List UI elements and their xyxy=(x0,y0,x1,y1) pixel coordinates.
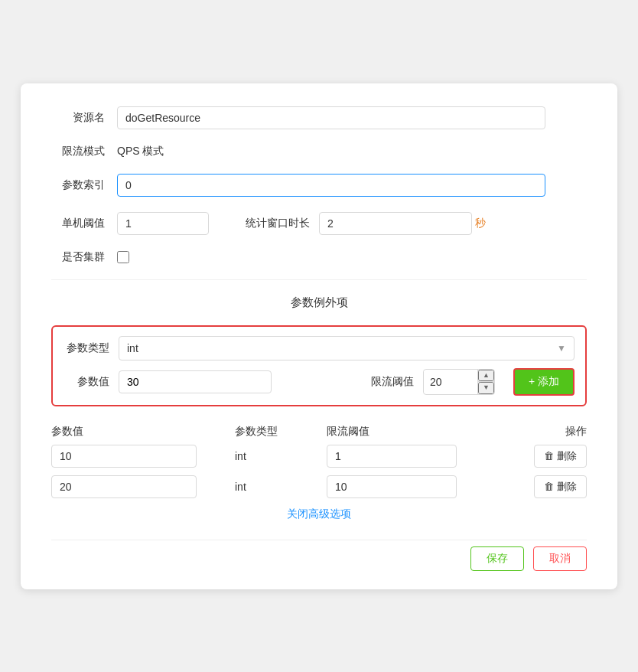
row1-param-type-text: int xyxy=(235,450,246,462)
row2-param-val-cell xyxy=(51,475,235,498)
threshold-up-arrow[interactable]: ▲ xyxy=(478,370,494,382)
footer-row: 保存 取消 xyxy=(51,540,587,571)
window-label: 统计窗口时长 xyxy=(246,217,310,230)
param-value-input[interactable] xyxy=(119,370,272,393)
row1-threshold-input[interactable] xyxy=(327,445,457,468)
row2-threshold-cell xyxy=(327,475,480,498)
save-button[interactable]: 保存 xyxy=(470,546,524,571)
add-button[interactable]: + 添加 xyxy=(513,368,575,396)
window-input[interactable] xyxy=(319,212,472,235)
resource-name-row: 资源名 xyxy=(51,106,587,129)
threshold-input[interactable] xyxy=(117,212,209,235)
threshold-label: 单机阈值 xyxy=(51,217,105,230)
table-header: 参数值 参数类型 限流阈值 操作 xyxy=(51,419,587,445)
table-row: int 🗑 删除 xyxy=(51,475,587,498)
row1-threshold-cell xyxy=(327,445,480,468)
row1-delete-button[interactable]: 🗑 删除 xyxy=(534,445,587,468)
cluster-row: 是否集群 xyxy=(51,250,587,264)
threshold-group: 限流阈值 ▲ ▼ + 添加 xyxy=(371,368,575,396)
resource-name-input[interactable] xyxy=(117,106,545,129)
cancel-button[interactable]: 取消 xyxy=(533,546,587,571)
row2-action-cell: 🗑 删除 xyxy=(480,475,587,498)
table-row: int 🗑 删除 xyxy=(51,445,587,468)
cluster-checkbox[interactable] xyxy=(117,251,129,263)
row1-param-val-input[interactable] xyxy=(51,445,197,468)
col-header-threshold: 限流阈值 xyxy=(327,425,480,439)
trash-icon: 🗑 xyxy=(544,450,554,462)
col-header-param-val: 参数值 xyxy=(51,425,235,439)
limit-threshold-label: 限流阈值 xyxy=(371,375,414,389)
threshold-down-arrow[interactable]: ▼ xyxy=(478,382,494,394)
window-suffix: 秒 xyxy=(475,217,486,230)
form-card: 资源名 限流模式 QPS 模式 参数索引 单机阈值 统计窗口时长 秒 是否集群 … xyxy=(21,83,617,589)
param-type-select-wrapper[interactable]: intlongdoubleStringboolean ▼ xyxy=(119,336,575,360)
col-header-param-type: 参数类型 xyxy=(235,425,327,439)
mode-label: 限流模式 xyxy=(51,145,105,158)
threshold-input-wrapper: ▲ ▼ xyxy=(423,369,495,395)
threshold-window-row: 单机阈值 统计窗口时长 秒 xyxy=(51,212,587,235)
row1-delete-label: 删除 xyxy=(557,449,577,463)
close-advanced-link[interactable]: 关闭高级选项 xyxy=(51,507,587,521)
param-value-label: 参数值 xyxy=(63,375,109,389)
param-type-row: 参数类型 intlongdoubleStringboolean ▼ xyxy=(63,336,575,360)
col-header-action: 操作 xyxy=(480,425,587,439)
window-group: 统计窗口时长 秒 xyxy=(246,212,486,235)
threshold-spinners: ▲ ▼ xyxy=(477,370,494,394)
row2-delete-button[interactable]: 🗑 删除 xyxy=(534,475,587,498)
row1-action-cell: 🗑 删除 xyxy=(480,445,587,468)
param-type-select[interactable]: intlongdoubleStringboolean xyxy=(127,342,557,354)
row2-param-type-cell: int xyxy=(235,481,327,493)
exception-section-title: 参数例外项 xyxy=(51,295,587,310)
divider-top xyxy=(51,279,587,280)
mode-value: QPS 模式 xyxy=(117,145,164,158)
table-body: int 🗑 删除 int xyxy=(51,445,587,498)
param-index-label: 参数索引 xyxy=(51,178,105,192)
param-index-input[interactable] xyxy=(117,174,545,197)
row1-param-val-cell xyxy=(51,445,235,468)
threshold-value-input[interactable] xyxy=(424,371,477,393)
resource-name-label: 资源名 xyxy=(51,111,105,125)
param-value-threshold-row: 参数值 限流阈值 ▲ ▼ + 添加 xyxy=(63,368,575,396)
row1-param-type-cell: int xyxy=(235,450,327,462)
row2-param-type-text: int xyxy=(235,481,246,493)
param-index-row: 参数索引 xyxy=(51,174,587,197)
row2-delete-label: 删除 xyxy=(557,480,577,494)
exception-form-box: 参数类型 intlongdoubleStringboolean ▼ 参数值 限流… xyxy=(51,325,587,406)
row2-threshold-input[interactable] xyxy=(327,475,457,498)
cluster-label: 是否集群 xyxy=(51,250,105,264)
row2-param-val-input[interactable] xyxy=(51,475,197,498)
param-type-label: 参数类型 xyxy=(63,341,109,355)
trash-icon: 🗑 xyxy=(544,481,554,492)
chevron-down-icon: ▼ xyxy=(557,343,566,354)
mode-row: 限流模式 QPS 模式 xyxy=(51,145,587,158)
